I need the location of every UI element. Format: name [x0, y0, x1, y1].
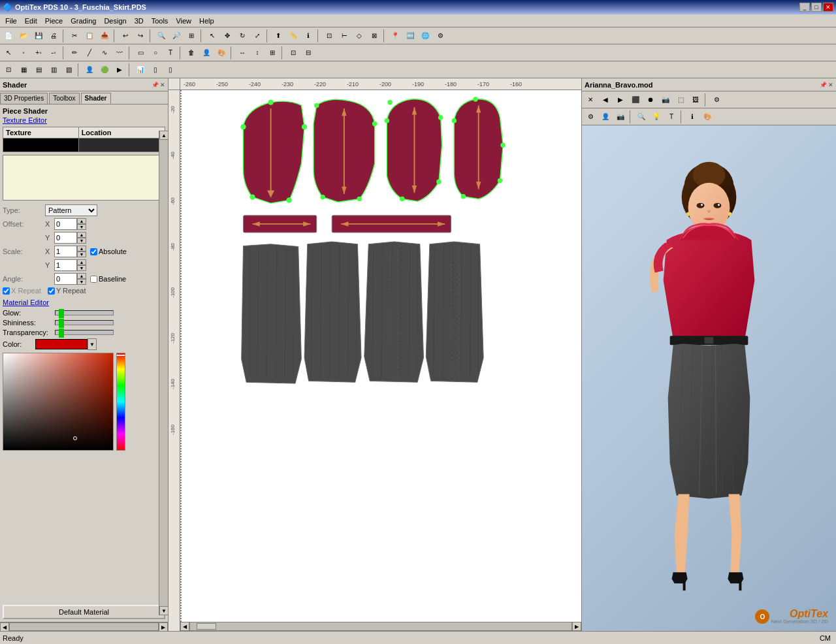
angle-up[interactable]: ▲ [77, 273, 86, 279]
menu-design[interactable]: Design [100, 16, 130, 26]
tb-measure[interactable]: 📏 [286, 29, 300, 43]
tb2-add-node[interactable]: +◦ [31, 46, 46, 60]
model-tb-snapshot[interactable]: 📷 [658, 93, 673, 107]
vscroll-down-btn[interactable]: ▼ [159, 606, 169, 615]
model-3d-view[interactable]: O OptiTex Next Generation 3D / 2D [582, 125, 836, 631]
tb-3d-sim[interactable]: 🌐 [418, 29, 432, 43]
color-hue-bar[interactable] [116, 353, 125, 451]
tb-cut[interactable]: ✂ [67, 29, 82, 43]
close-button[interactable]: ✕ [823, 3, 833, 12]
model-tb2-info[interactable]: ℹ [685, 110, 699, 124]
tb3-data2[interactable]: ▯ [163, 63, 178, 77]
tb-undo[interactable]: ↩ [118, 29, 133, 43]
tb-copy[interactable]: 📋 [82, 29, 97, 43]
maximize-button[interactable]: □ [811, 3, 822, 12]
hscroll-thumb[interactable] [197, 623, 216, 630]
offset-x-spinner[interactable]: ▲ ▼ [77, 218, 86, 230]
tb-zoom-fit[interactable]: ⊞ [184, 29, 199, 43]
tb2-circle[interactable]: ○ [148, 46, 163, 60]
scale-x-input[interactable] [54, 246, 77, 257]
baseline-checkbox[interactable] [90, 276, 97, 283]
angle-down[interactable]: ▼ [77, 279, 86, 285]
tb-select[interactable]: ↖ [205, 29, 219, 43]
tb-print[interactable]: 🖨 [46, 29, 61, 43]
tb2-delete[interactable]: 🗑 [184, 46, 199, 60]
tb-move[interactable]: ✥ [220, 29, 234, 43]
tb2-pointer[interactable]: ↖ [1, 46, 16, 60]
piece-waistband-2[interactable] [332, 216, 451, 233]
absolute-checkbox[interactable] [90, 248, 97, 255]
tb3-table2[interactable]: ▦ [16, 63, 31, 77]
tb2-curve[interactable]: ∿ [97, 46, 112, 60]
tb3-table3[interactable]: ▤ [31, 63, 46, 77]
tb2-ungroup[interactable]: ⊟ [301, 46, 315, 60]
piece-skirt-1[interactable] [242, 244, 302, 383]
panel-pin-button[interactable]: 📌 [152, 82, 159, 88]
piece-bodice-back-right[interactable] [452, 97, 506, 199]
material-editor-label[interactable]: Material Editor [3, 298, 165, 306]
tb2-pencil[interactable]: ✏ [67, 46, 82, 60]
tb3-chart[interactable]: 📊 [133, 63, 148, 77]
model-close-button[interactable]: ✕ [828, 82, 833, 88]
color-swatch[interactable] [35, 339, 88, 349]
menu-help[interactable]: Help [195, 16, 218, 26]
tb3-table5[interactable]: ▧ [61, 63, 76, 77]
tb2-flip-v[interactable]: ↕ [250, 46, 265, 60]
type-select[interactable]: Pattern Solid [45, 204, 97, 216]
minimize-button[interactable]: _ [799, 3, 810, 12]
glow-thumb[interactable] [59, 309, 64, 318]
default-material-button[interactable]: Default Material [3, 605, 165, 619]
scale-y-input[interactable] [54, 259, 77, 271]
tb3-table4[interactable]: ▥ [46, 63, 61, 77]
texture-row-1[interactable] [3, 138, 165, 152]
hscroll-left[interactable]: ◀ [180, 622, 189, 631]
tb2-del-node[interactable]: -◦ [46, 46, 61, 60]
hscroll-right-btn[interactable]: ▶ [159, 622, 168, 632]
tb3-avatar2[interactable]: 👤 [82, 63, 97, 77]
tb2-avatar[interactable]: 👤 [199, 46, 214, 60]
scale-y-spinner[interactable]: ▲ ▼ [77, 259, 86, 271]
texture-cell[interactable] [3, 138, 79, 152]
menu-edit[interactable]: Edit [21, 16, 41, 26]
scale-x-up[interactable]: ▲ [77, 246, 86, 251]
tb-place[interactable]: ⊠ [367, 29, 381, 43]
tb-annotation[interactable]: 🔤 [403, 29, 417, 43]
model-tb-close[interactable]: ✕ [583, 93, 598, 107]
tb-seam[interactable]: ⊡ [322, 29, 336, 43]
tb-notch[interactable]: ⊢ [337, 29, 351, 43]
menu-3d[interactable]: 3D [131, 16, 148, 26]
model-tb2-light[interactable]: 💡 [649, 110, 664, 124]
model-tb2-1[interactable]: ⚙ [583, 110, 598, 124]
model-tb-settings[interactable]: ⚙ [709, 93, 724, 107]
model-tb2-zoom[interactable]: 🔍 [634, 110, 649, 124]
tab-shader[interactable]: Shader [81, 93, 111, 104]
tb-zoom-out[interactable]: 🔎 [169, 29, 184, 43]
offset-y-spinner[interactable]: ▲ ▼ [77, 232, 86, 244]
tb-open[interactable]: 📂 [16, 29, 31, 43]
xrepeat-checkbox[interactable] [3, 287, 10, 295]
model-tb-play[interactable]: ▶ [613, 93, 628, 107]
tb-info[interactable]: ℹ [301, 29, 315, 43]
menu-file[interactable]: File [1, 16, 21, 26]
menu-view[interactable]: View [172, 16, 195, 26]
piece-skirt-2[interactable] [304, 242, 361, 382]
model-tb-record[interactable]: ⏺ [643, 93, 658, 107]
piece-bodice-left-front[interactable] [241, 100, 307, 203]
offset-y-up[interactable]: ▲ [77, 232, 86, 238]
tb2-flip-h[interactable]: ↔ [235, 46, 249, 60]
tb-marker[interactable]: 📍 [388, 29, 402, 43]
model-tb-stop[interactable]: ⬛ [628, 93, 643, 107]
tb-grainline[interactable]: ⬆ [271, 29, 285, 43]
model-pin-button[interactable]: 📌 [820, 82, 827, 88]
tab-3d-properties[interactable]: 3D Properties [0, 93, 48, 104]
piece-waistband-1[interactable] [243, 216, 316, 233]
menu-piece[interactable]: Piece [41, 16, 67, 26]
offset-y-down[interactable]: ▼ [77, 238, 86, 244]
color-dropdown-btn[interactable]: ▼ [88, 338, 97, 350]
offset-x-up[interactable]: ▲ [77, 218, 86, 224]
transparency-thumb[interactable] [59, 329, 64, 338]
tb2-paint[interactable]: 🎨 [214, 46, 229, 60]
drawing-canvas[interactable] [180, 90, 581, 622]
tab-toolbox[interactable]: Toolbox [49, 93, 79, 104]
model-tb2-avatar[interactable]: 👤 [598, 110, 613, 124]
